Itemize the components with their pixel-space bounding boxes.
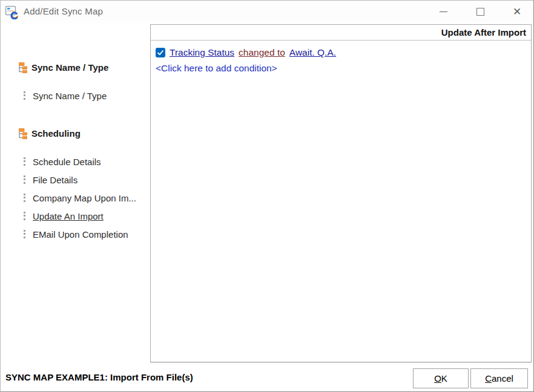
update-after-import-panel: Update After Import Tracking Status chan… — [150, 24, 532, 362]
close-icon: ✕ — [513, 7, 521, 17]
drag-dots-icon — [24, 194, 25, 202]
sidebar-section-scheduling: Scheduling — [17, 128, 81, 139]
drag-dots-icon — [24, 91, 25, 100]
sidebar-item-file-details[interactable]: File Details — [24, 172, 77, 187]
sidebar-section-sync-name-type: Sync Name / Type — [17, 62, 108, 73]
add-condition-link[interactable]: <Click here to add condition> — [156, 63, 277, 74]
panel-title: Update After Import — [151, 25, 531, 41]
sidebar: Sync Name / Type Sync Name / Type Schedu… — [1, 23, 150, 361]
titlebar: Add/Edit Sync Map ✕ — [1, 1, 533, 23]
drag-dots-icon — [24, 230, 25, 238]
sidebar-section-label: Sync Name / Type — [31, 62, 108, 73]
sidebar-item-label: File Details — [33, 175, 77, 185]
ok-button[interactable]: OK — [413, 368, 469, 388]
sidebar-item-label: Company Map Upon Im... — [33, 193, 136, 203]
condition-operator-link[interactable]: changed to — [239, 47, 285, 58]
minimize-button[interactable] — [429, 1, 457, 23]
tree-icon — [17, 128, 28, 139]
tree-icon — [17, 62, 28, 73]
sidebar-item-sync-name-type[interactable]: Sync Name / Type — [24, 88, 107, 103]
minimize-icon — [440, 11, 447, 12]
drag-dots-icon — [24, 175, 25, 184]
sync-map-status-label: SYNC MAP EXAMPLE1: Import From File(s) — [5, 372, 193, 382]
checkbox-checked-icon[interactable] — [156, 48, 165, 57]
cancel-button[interactable]: Cancel — [470, 368, 528, 388]
sidebar-section-label: Scheduling — [31, 128, 81, 139]
sidebar-item-label: Update An Import — [33, 211, 104, 221]
condition-row: Tracking Status changed to Await. Q.A. — [156, 47, 531, 58]
sidebar-item-schedule-details[interactable]: Schedule Details — [24, 154, 101, 169]
app-icon — [5, 5, 19, 19]
condition-field-link[interactable]: Tracking Status — [170, 47, 234, 58]
dialog-window: Add/Edit Sync Map ✕ Sync Name / Type Syn… — [0, 0, 534, 392]
maximize-button[interactable] — [466, 1, 494, 23]
maximize-icon — [476, 8, 484, 16]
window-title: Add/Edit Sync Map — [24, 6, 103, 16]
sidebar-item-update-an-import[interactable]: Update An Import — [24, 209, 104, 223]
sidebar-item-label: EMail Upon Completion — [33, 229, 128, 240]
sidebar-item-label: Schedule Details — [33, 157, 101, 167]
sidebar-item-company-map-upon-import[interactable]: Company Map Upon Im... — [24, 191, 136, 205]
sidebar-item-label: Sync Name / Type — [33, 91, 107, 101]
drag-dots-icon — [24, 212, 25, 220]
close-button[interactable]: ✕ — [503, 1, 531, 23]
drag-dots-icon — [24, 157, 25, 166]
condition-value-link[interactable]: Await. Q.A. — [289, 47, 336, 58]
ok-button-label: OK — [434, 373, 447, 384]
sidebar-item-email-upon-completion[interactable]: EMail Upon Completion — [24, 227, 128, 241]
cancel-button-label: Cancel — [485, 373, 513, 384]
